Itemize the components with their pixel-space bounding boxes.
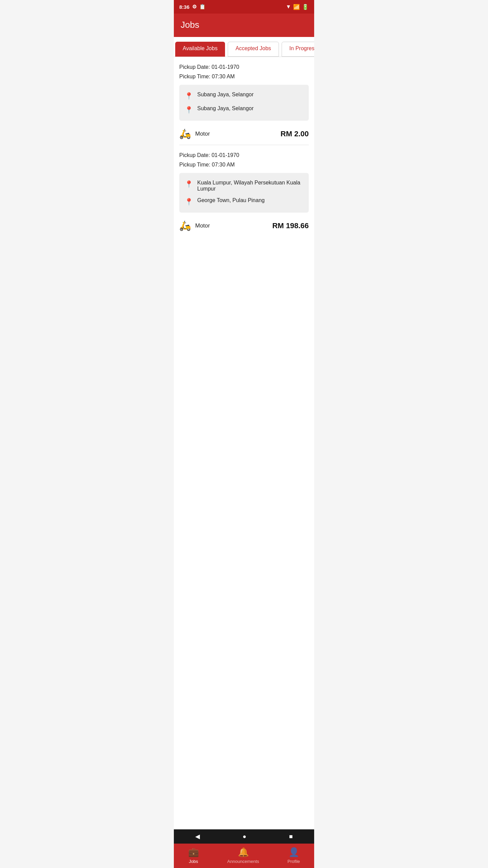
profile-icon: 👤 [288, 847, 299, 857]
pickup-date-1: Pickup Date: 01-01-1970 [179, 63, 309, 71]
status-bar: 8:36 ⚙ 📋 ▼ 📶 🔋 [174, 0, 314, 14]
pickup-time-1: Pickup Time: 07:30 AM [179, 73, 309, 81]
nav-jobs-label: Jobs [189, 859, 198, 864]
pin-to-icon-2: 📍 [185, 198, 193, 206]
job-card-2[interactable]: Pickup Date: 01-01-1970 Pickup Time: 07:… [174, 145, 314, 237]
tab-bar: Available Jobs Accepted Jobs In Progress… [174, 37, 314, 57]
to-location-1: 📍 Subang Jaya, Selangor [185, 103, 303, 116]
nav-profile[interactable]: 👤 Profile [287, 847, 300, 864]
motorcycle-icon-2: 🛵 [179, 220, 191, 231]
bell-icon: 🔔 [238, 847, 249, 857]
wifi-icon: ▼ [286, 4, 291, 10]
nav-announcements[interactable]: 🔔 Announcements [227, 847, 259, 864]
header: Jobs [174, 14, 314, 37]
nav-announcements-label: Announcements [227, 859, 259, 864]
nav-profile-label: Profile [287, 859, 300, 864]
recent-button[interactable]: ■ [289, 833, 293, 840]
vehicle-type-1: Motor [195, 131, 210, 137]
tab-accepted-jobs[interactable]: Accepted Jobs [228, 42, 279, 57]
bottom-nav: 💼 Jobs 🔔 Announcements 👤 Profile [174, 844, 314, 868]
price-1: RM 2.00 [281, 130, 309, 138]
status-bar-right: ▼ 📶 🔋 [286, 4, 309, 10]
jobs-icon: 💼 [188, 847, 199, 857]
pickup-time-2: Pickup Time: 07:30 AM [179, 161, 309, 169]
battery-icon: 🔋 [302, 4, 309, 10]
from-text-2: Kuala Lumpur, Wilayah Persekutuan Kuala … [197, 180, 303, 192]
vehicle-type-2: Motor [195, 222, 210, 229]
pin-from-icon-1: 📍 [185, 92, 193, 100]
signal-icon: 📶 [293, 4, 300, 10]
to-text-1: Subang Jaya, Selangor [197, 105, 253, 112]
home-button[interactable]: ● [243, 833, 246, 840]
pin-from-icon-2: 📍 [185, 180, 193, 188]
system-nav-bar: ◀ ● ■ [174, 829, 314, 844]
from-location-1: 📍 Subang Jaya, Selangor [185, 90, 303, 102]
clipboard-icon: 📋 [199, 4, 206, 10]
vehicle-left-2: 🛵 Motor [179, 220, 210, 231]
time: 8:36 [179, 4, 189, 10]
pickup-date-2: Pickup Date: 01-01-1970 [179, 151, 309, 159]
job-card-1[interactable]: Pickup Date: 01-01-1970 Pickup Time: 07:… [174, 57, 314, 145]
from-text-1: Subang Jaya, Selangor [197, 92, 253, 98]
to-text-2: George Town, Pulau Pinang [197, 197, 265, 203]
pin-to-icon-1: 📍 [185, 106, 193, 114]
price-2: RM 198.66 [272, 221, 309, 230]
from-location-2: 📍 Kuala Lumpur, Wilayah Persekutuan Kual… [185, 178, 303, 194]
status-bar-left: 8:36 ⚙ 📋 [179, 4, 206, 10]
location-box-1: 📍 Subang Jaya, Selangor 📍 Subang Jaya, S… [179, 85, 309, 121]
nav-jobs[interactable]: 💼 Jobs [188, 847, 199, 864]
motorcycle-icon-1: 🛵 [179, 128, 191, 139]
to-location-2: 📍 George Town, Pulau Pinang [185, 195, 303, 208]
tab-inprogress-jobs[interactable]: In Progress Jobs [282, 42, 314, 57]
jobs-list: Pickup Date: 01-01-1970 Pickup Time: 07:… [174, 57, 314, 868]
vehicle-left-1: 🛵 Motor [179, 128, 210, 139]
gear-icon: ⚙ [192, 4, 197, 10]
back-button[interactable]: ◀ [195, 833, 200, 840]
page-title: Jobs [181, 20, 307, 30]
vehicle-row-2: 🛵 Motor RM 198.66 [179, 217, 309, 237]
tab-available-jobs[interactable]: Available Jobs [175, 42, 225, 57]
vehicle-row-1: 🛵 Motor RM 2.00 [179, 125, 309, 145]
location-box-2: 📍 Kuala Lumpur, Wilayah Persekutuan Kual… [179, 173, 309, 213]
